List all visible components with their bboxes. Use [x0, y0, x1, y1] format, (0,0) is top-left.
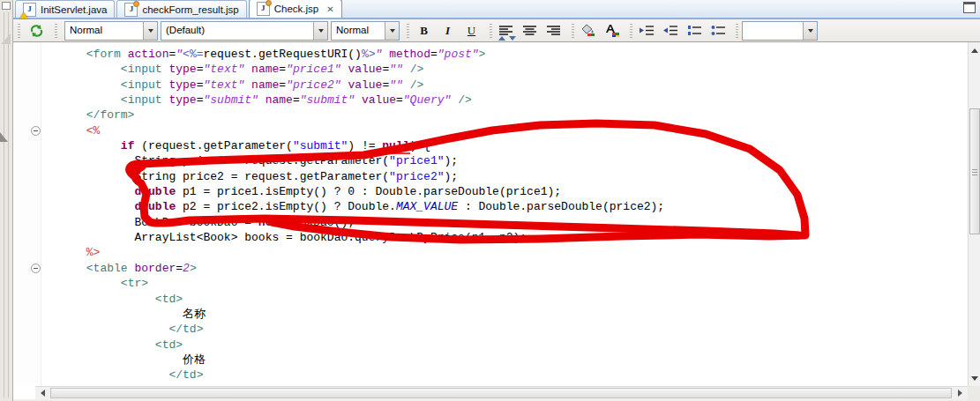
bold-button[interactable]: B: [413, 21, 435, 41]
code-token: border: [134, 262, 176, 275]
misc-dropdown[interactable]: [742, 21, 818, 41]
code-token: p1 = price1.isEmpty() ? 0 : Double.parse…: [176, 185, 561, 198]
toolbar-grip[interactable]: [572, 24, 574, 38]
vertical-scroll-thumb[interactable]: [969, 108, 980, 234]
font-size-dropdown[interactable]: Normal: [331, 21, 400, 41]
code-line: <input type="text" name="price1" value="…: [45, 62, 664, 77]
code-token: "Query": [403, 93, 452, 107]
trim-groove: [4, 12, 9, 397]
code-token: "submit": [203, 93, 258, 107]
chevron-down-icon[interactable]: [313, 22, 327, 40]
paragraph-style-dropdown[interactable]: Normal: [64, 21, 158, 41]
code-token: value: [348, 63, 382, 76]
code-line: %>: [45, 245, 664, 260]
indent-right-icon: [640, 25, 654, 36]
bullet-list-button[interactable]: [707, 21, 729, 41]
code-token: "price1": [286, 63, 340, 76]
code-token: <table: [86, 262, 128, 275]
toolbar-grip[interactable]: [490, 24, 492, 38]
chevron-down-icon[interactable]: [143, 22, 157, 40]
code-area[interactable]: <form action="<%=request.getRequestURI()…: [13, 42, 664, 386]
refresh-button[interactable]: [26, 21, 48, 41]
scroll-down-icon[interactable]: [969, 372, 980, 384]
code-token: =: [279, 63, 286, 76]
toolbar-grip[interactable]: [18, 24, 20, 38]
highlight-color-button[interactable]: [577, 21, 599, 41]
thumb-grip: [972, 169, 977, 170]
italic-button[interactable]: I: [437, 21, 459, 41]
source-editor[interactable]: <form action="<%=request.getRequestURI()…: [13, 42, 968, 386]
code-line: <input type="submit" name="submit" value…: [45, 93, 664, 108]
code-token: MAX_VALUE: [396, 200, 458, 213]
code-token: <tr>: [121, 277, 148, 290]
scroll-left-icon[interactable]: [36, 387, 49, 399]
code-token: <%=: [183, 48, 203, 61]
tab-label: Check.jsp: [274, 4, 319, 14]
editor-sash-arrows[interactable]: [497, 36, 520, 41]
tab-check-jsp[interactable]: J Check.jsp ✕: [249, 0, 342, 18]
code-token: "text": [203, 63, 244, 76]
scrollbar-left-gap: [13, 386, 35, 399]
code-line: if (request.getParameter("submit") != nu…: [45, 138, 664, 153]
code-token: >: [190, 262, 197, 275]
code-token: =: [430, 48, 438, 61]
code-token: ) {: [410, 139, 430, 152]
code-token: [403, 78, 410, 92]
numbered-list-button[interactable]: [683, 21, 705, 41]
java-file-icon: J: [23, 3, 36, 17]
scroll-right-icon[interactable]: [954, 387, 967, 399]
jsp-file-icon: J: [124, 3, 138, 17]
indent-left-icon: [663, 25, 677, 36]
refresh-icon: [29, 24, 44, 38]
toolbar-grip[interactable]: [407, 24, 409, 38]
underline-button[interactable]: U: [460, 21, 483, 41]
close-icon[interactable]: ✕: [326, 4, 333, 14]
code-token: null: [382, 139, 409, 154]
code-line: 名称: [45, 307, 664, 322]
code-token: <%: [86, 124, 101, 137]
code-token: </td>: [168, 368, 203, 382]
scroll-up-icon[interactable]: [969, 44, 980, 56]
code-token: [244, 63, 251, 76]
tab-initservlet-java[interactable]: J InitServlet.java: [15, 0, 115, 18]
code-token: "submit": [293, 139, 348, 152]
align-right-button[interactable]: [542, 21, 565, 41]
toolbar-grip[interactable]: [630, 24, 632, 38]
vertical-scrollbar[interactable]: [968, 42, 980, 386]
code-line: <form action="<%=request.getRequestURI()…: [45, 47, 664, 62]
code-line: <table border=2>: [45, 261, 664, 276]
tab-label: InitServlet.java: [41, 4, 107, 15]
code-token: <form: [86, 48, 121, 61]
increase-indent-button[interactable]: [635, 21, 657, 41]
font-name-dropdown[interactable]: (Default): [161, 21, 328, 41]
code-line: <%: [45, 123, 664, 138]
font-color-button[interactable]: [601, 21, 623, 41]
code-token: name: [251, 78, 279, 92]
code-token: =: [176, 262, 183, 275]
code-token: <input: [121, 78, 162, 92]
toolbar-grip[interactable]: [736, 24, 738, 38]
restore-view-icon[interactable]: [963, 2, 976, 13]
code-token: );: [445, 154, 459, 167]
decrease-indent-button[interactable]: [659, 21, 681, 41]
code-line: </td>: [45, 368, 664, 382]
code-token: <td>: [155, 293, 183, 306]
minimized-view-bar: [0, 0, 13, 401]
code-token: double: [134, 200, 176, 213]
code-token: "": [389, 63, 403, 76]
editor-tab-bar: J InitServlet.java J checkForm_result.js…: [13, 0, 980, 19]
code-token: ArrayList<Book> books = bookDao.queryBoo…: [134, 231, 527, 244]
code-token: "price2": [389, 170, 444, 183]
horizontal-scrollbar[interactable]: [35, 386, 968, 399]
chevron-down-icon[interactable]: [803, 22, 817, 40]
code-token: [355, 93, 362, 107]
toolbar-grip[interactable]: [55, 24, 57, 38]
dropdown-value: (Default): [161, 22, 313, 40]
align-center-button[interactable]: [519, 21, 541, 41]
code-line: double p1 = price1.isEmpty() ? 0 : Doubl…: [45, 184, 664, 199]
code-token: request.getRequestURI(): [203, 48, 361, 61]
horizontal-scroll-thumb[interactable]: [50, 388, 952, 398]
minimized-view-icon[interactable]: [2, 2, 11, 10]
chevron-down-icon[interactable]: [385, 22, 399, 40]
tab-checkform-result-jsp[interactable]: J checkForm_result.jsp: [116, 0, 246, 18]
